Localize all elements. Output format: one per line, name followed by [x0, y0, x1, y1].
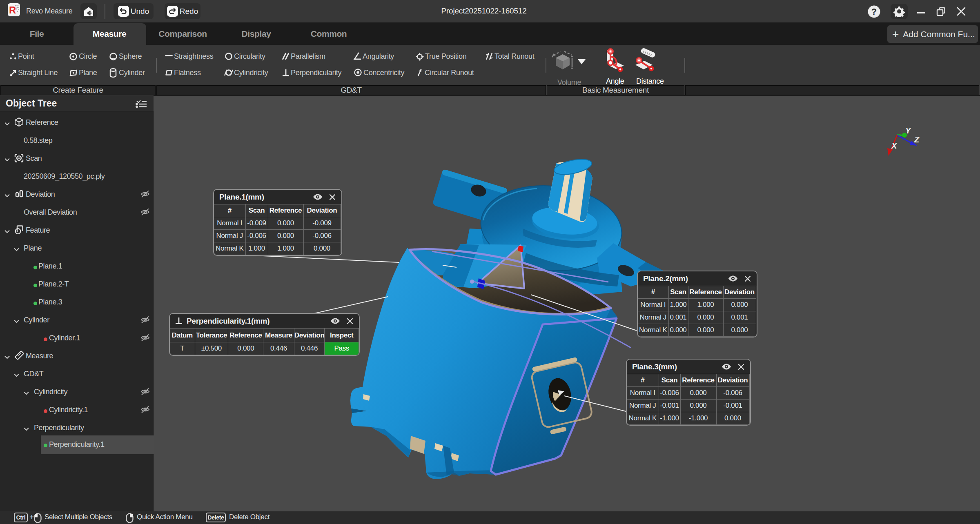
svg-text:R: R [9, 4, 16, 16]
svg-text:Z: Z [914, 135, 920, 144]
svg-text:?: ? [871, 7, 877, 17]
svg-text:Y: Y [905, 126, 911, 135]
svg-text:X: X [891, 141, 898, 150]
